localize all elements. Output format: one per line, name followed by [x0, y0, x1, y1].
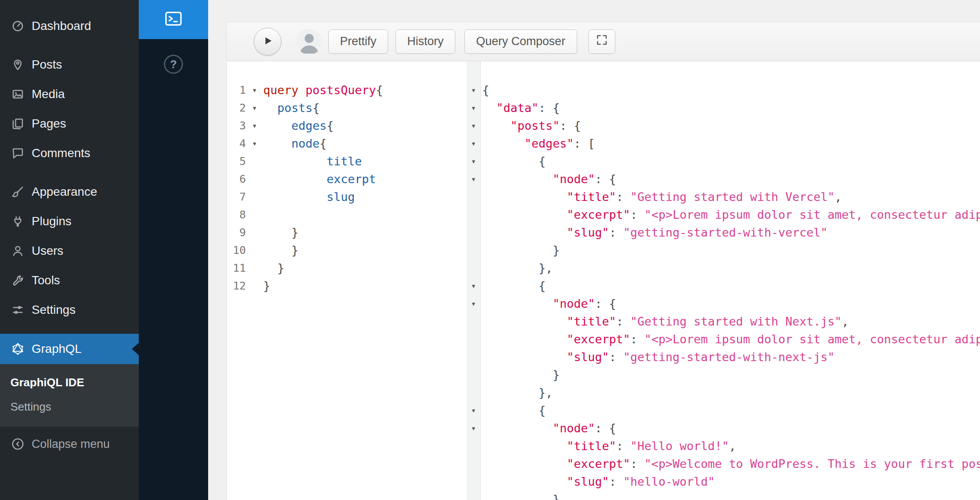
query-editor[interactable]: 1▾query postsQuery{2▾ posts{3▾ edges{4▾ …	[227, 61, 467, 500]
submenu-item-graphiql-ide[interactable]: GraphiQL IDE	[0, 370, 139, 395]
code-line: 7 slug	[227, 188, 467, 206]
code-line: 1▾query postsQuery{	[227, 81, 467, 99]
code-text: "posts": {	[482, 117, 581, 135]
code-line: ▾ "node": {	[467, 419, 980, 437]
line-number: 3	[227, 117, 246, 135]
code-line: "slug": "getting-started-with-next-js"	[467, 348, 980, 366]
fold-toggle-icon[interactable]: ▾	[467, 81, 480, 99]
fold-gutter-spacer	[246, 277, 263, 295]
line-number: 4	[227, 135, 246, 152]
fold-gutter-spacer	[467, 312, 480, 330]
pages-icon	[11, 117, 24, 130]
fold-gutter-spacer	[246, 170, 263, 188]
code-line: 12}	[227, 277, 467, 295]
sidebar-item-label: Comments	[32, 146, 90, 160]
code-text: query postsQuery{	[263, 81, 383, 99]
fold-toggle-icon[interactable]: ▾	[246, 117, 263, 135]
submenu-item-settings[interactable]: Settings	[0, 395, 139, 419]
code-line: 2▾ posts{	[227, 99, 467, 117]
code-text: excerpt	[263, 170, 376, 188]
fold-gutter-spacer	[246, 206, 263, 224]
code-text: slug	[263, 188, 355, 206]
code-line: "excerpt": "<p>Lorem ipsum dolor sit ame…	[467, 330, 980, 348]
fold-toggle-icon[interactable]: ▾	[467, 295, 480, 312]
code-text: posts{	[263, 99, 320, 117]
code-text: }	[263, 277, 270, 295]
code-line: "title": "Getting started with Next.js",	[467, 312, 980, 330]
code-line: ▾ "data": {	[467, 99, 980, 117]
sidebar-item-graphql[interactable]: GraphQL	[0, 334, 139, 364]
history-label: History	[407, 35, 444, 48]
sidebar-item-dashboard[interactable]: Dashboard	[0, 11, 139, 41]
sidebar-item-posts[interactable]: Posts	[0, 50, 139, 79]
sidebar-item-label: Users	[32, 244, 63, 258]
comment-bubble-icon	[11, 147, 24, 160]
code-line: }	[467, 241, 980, 259]
fold-gutter-spacer	[246, 188, 263, 206]
code-text: {	[482, 401, 546, 419]
line-number: 9	[227, 224, 246, 241]
fold-toggle-icon[interactable]: ▾	[467, 401, 480, 419]
history-button[interactable]: History	[395, 30, 455, 54]
code-line: "slug": "getting-started-with-vercel"	[467, 224, 980, 241]
sidebar-item-label: Media	[32, 87, 65, 101]
code-line: ▾{	[467, 81, 980, 99]
code-line: ▾ "edges": [	[467, 135, 980, 152]
code-text: }	[482, 241, 560, 259]
sidebar-item-appearance[interactable]: Appearance	[0, 177, 139, 207]
fold-toggle-icon[interactable]: ▾	[467, 152, 480, 170]
sidebar-item-label: Tools	[32, 273, 60, 287]
code-line: 6 excerpt	[227, 170, 467, 188]
fold-toggle-icon[interactable]: ▾	[467, 117, 480, 135]
sidebar-item-label: Dashboard	[32, 19, 91, 33]
sidebar-item-comments[interactable]: Comments	[0, 138, 139, 168]
fold-toggle-icon[interactable]: ▾	[467, 419, 480, 437]
graphql-submenu: GraphiQL IDE Settings	[0, 364, 139, 427]
fold-gutter-spacer	[246, 241, 263, 259]
sidebar-item-settings[interactable]: Settings	[0, 295, 139, 325]
code-line: },	[467, 384, 980, 401]
sidebar-item-media[interactable]: Media	[0, 79, 139, 109]
admin-menu: Dashboard Posts Media Pages Comments	[0, 0, 139, 457]
line-number: 10	[227, 241, 246, 259]
graphiql-container: Prettify History Query Composer 1▾query …	[226, 22, 980, 500]
query-composer-button[interactable]: Query Composer	[464, 30, 577, 54]
sidebar-item-plugins[interactable]: Plugins	[0, 207, 139, 236]
execute-query-button[interactable]	[254, 28, 281, 56]
result-viewer[interactable]: ▾{▾ "data": {▾ "posts": {▾ "edges": [▾ {…	[467, 61, 980, 500]
fullscreen-icon	[596, 34, 608, 49]
fullscreen-button[interactable]	[588, 30, 615, 54]
fold-gutter-spacer	[467, 241, 480, 259]
graphiql-editors: 1▾query postsQuery{2▾ posts{3▾ edges{4▾ …	[227, 61, 980, 500]
line-number: 5	[227, 152, 246, 170]
line-number: 7	[227, 188, 246, 206]
fold-toggle-icon[interactable]: ▾	[246, 135, 263, 152]
question-mark-icon: ?	[170, 58, 177, 71]
code-text: }	[263, 241, 298, 259]
code-text: {	[482, 152, 546, 170]
user-avatar[interactable]	[296, 29, 322, 55]
fold-toggle-icon[interactable]: ▾	[467, 277, 480, 295]
fold-toggle-icon[interactable]: ▾	[246, 81, 263, 99]
fold-gutter-spacer	[467, 473, 480, 490]
collapse-menu-button[interactable]: Collapse menu	[0, 431, 139, 457]
prettify-button[interactable]: Prettify	[328, 30, 388, 54]
fold-toggle-icon[interactable]: ▾	[467, 135, 480, 152]
code-text: "excerpt": "<p>Welcome to WordPress. Thi…	[482, 455, 980, 473]
help-button[interactable]: ?	[164, 55, 183, 74]
code-line: 10 }	[227, 241, 467, 259]
code-text: }	[482, 490, 560, 500]
wrench-icon	[11, 274, 24, 287]
fold-toggle-icon[interactable]: ▾	[467, 170, 480, 188]
sidebar-item-pages[interactable]: Pages	[0, 109, 139, 138]
terminal-button[interactable]	[139, 0, 208, 39]
code-text: "slug": "hello-world"	[482, 473, 715, 490]
submenu-item-label: Settings	[10, 400, 51, 414]
wp-admin-sidebar: Dashboard Posts Media Pages Comments	[0, 0, 139, 500]
fold-toggle-icon[interactable]: ▾	[467, 99, 480, 117]
fold-toggle-icon[interactable]: ▾	[246, 99, 263, 117]
sidebar-item-users[interactable]: Users	[0, 236, 139, 266]
line-number: 12	[227, 277, 246, 295]
code-text: },	[482, 259, 553, 277]
sidebar-item-tools[interactable]: Tools	[0, 266, 139, 295]
